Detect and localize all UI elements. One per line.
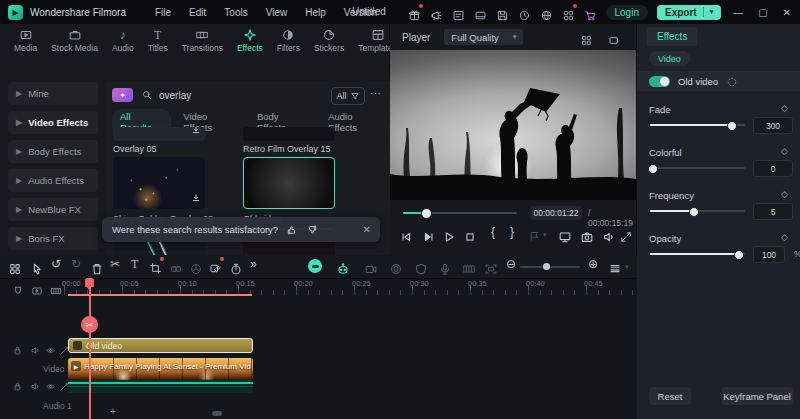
stop-button[interactable] <box>463 227 477 245</box>
apps-icon[interactable] <box>562 6 575 19</box>
screen-record-icon[interactable] <box>364 259 378 277</box>
tab-titles[interactable]: TTitles <box>142 28 174 53</box>
keyframe-diamond-icon[interactable]: ◇ <box>781 103 788 113</box>
effect-clip-old-video[interactable]: Old video <box>68 338 253 353</box>
render-preview-button[interactable] <box>528 227 541 245</box>
close-button[interactable]: ✕ <box>780 7 794 18</box>
crop-icon[interactable] <box>149 259 162 277</box>
menu-view[interactable]: View <box>257 7 297 18</box>
delete-icon[interactable] <box>90 259 104 277</box>
add-track-icon[interactable]: + <box>110 406 116 417</box>
tab-effects[interactable]: Effects <box>231 28 269 53</box>
track-visibility-icon[interactable] <box>45 377 56 395</box>
keyframe-diamond-icon[interactable]: ◇ <box>781 189 788 199</box>
timeline-zoom-slider[interactable] <box>520 266 580 268</box>
text-tool-icon[interactable]: T <box>131 257 138 272</box>
split-screen-icon[interactable] <box>580 31 593 49</box>
keyframe-panel-button[interactable]: Keyframe Panel <box>721 387 793 405</box>
login-button[interactable]: Login <box>606 5 648 20</box>
category-mine[interactable]: ▶Mine <box>8 82 98 105</box>
thumbs-down-icon[interactable] <box>306 221 318 239</box>
volume-button[interactable] <box>602 227 616 245</box>
tab-transitions[interactable]: Transitions <box>176 28 229 53</box>
media-browser-icon[interactable] <box>8 259 22 277</box>
gift-icon[interactable] <box>408 6 421 19</box>
select-tool-icon[interactable] <box>30 259 44 277</box>
menu-tools[interactable]: Tools <box>215 7 256 18</box>
film-marker-icon[interactable] <box>50 281 62 299</box>
scene-detect-icon[interactable] <box>462 259 476 277</box>
track-lock-icon[interactable] <box>12 341 23 359</box>
keyframe-diamond-icon[interactable]: ◇ <box>781 146 788 156</box>
promotion-icon[interactable] <box>430 6 443 19</box>
next-frame-button[interactable] <box>421 227 435 245</box>
properties-tab-effects[interactable]: Effects <box>647 27 697 46</box>
speed-icon[interactable] <box>229 259 243 277</box>
layout-icon[interactable] <box>474 6 487 19</box>
zoom-in-icon[interactable]: ⊕ <box>588 257 598 271</box>
mark-out-button[interactable]: } <box>510 225 514 239</box>
preview-clip-icon[interactable] <box>31 281 43 299</box>
render-chevron-icon[interactable]: ▾ <box>543 231 547 239</box>
colorful-slider[interactable] <box>650 167 745 169</box>
reset-button[interactable]: Reset <box>649 387 691 405</box>
display-device-button[interactable] <box>558 227 572 245</box>
opacity-slider[interactable] <box>650 253 745 255</box>
speed-ramp-icon[interactable] <box>389 259 403 277</box>
properties-subtab-video[interactable]: Video <box>649 51 690 66</box>
zoom-out-icon[interactable]: ⊖ <box>506 257 516 271</box>
category-video-effects[interactable]: ▶Video Effects <box>8 111 98 134</box>
category-newblue-fx[interactable]: ▶NewBlue FX <box>8 198 98 221</box>
keyframe-diamond-icon[interactable]: ◇ <box>781 232 788 242</box>
more-options-button[interactable]: ⋯ <box>370 87 381 100</box>
undo-icon[interactable]: ↺ <box>51 257 61 271</box>
scopes-icon[interactable] <box>608 31 621 49</box>
voiceover-icon[interactable] <box>438 259 452 277</box>
cloud-backup-icon[interactable] <box>518 6 531 19</box>
track-height-icon[interactable] <box>608 259 622 277</box>
tab-stickers[interactable]: Stickers <box>308 28 350 53</box>
video-clip-audio-waveform[interactable] <box>68 380 253 393</box>
redo-icon[interactable]: ↻ <box>71 257 81 271</box>
video-clip[interactable]: ▶ Happy Family Playing At Sunset - Premi… <box>68 358 253 380</box>
group-icon[interactable] <box>169 259 183 277</box>
thumbnail-shiny-golden-overlay-08[interactable] <box>113 157 205 209</box>
minimize-button[interactable]: — <box>730 7 746 18</box>
tab-audio[interactable]: ♪Audio <box>106 28 140 53</box>
language-icon[interactable] <box>540 6 553 19</box>
playhead-line[interactable] <box>89 278 91 419</box>
playhead-pin[interactable] <box>85 278 94 287</box>
category-boris-fx[interactable]: ▶Boris FX <box>8 227 98 250</box>
seek-handle[interactable] <box>421 208 432 219</box>
auto-reframe-icon[interactable] <box>484 259 498 277</box>
menu-help[interactable]: Help <box>296 7 335 18</box>
maximize-button[interactable]: ▢ <box>755 7 770 18</box>
filter-dropdown[interactable]: All <box>331 87 365 105</box>
thumbnail-overlay-05[interactable] <box>113 127 205 141</box>
category-body-effects[interactable]: ▶Body Effects <box>8 140 98 163</box>
video-preview[interactable] <box>390 50 636 200</box>
tab-media[interactable]: Media <box>8 28 43 53</box>
tab-stock-media[interactable]: Stock Media <box>45 28 104 53</box>
snapshot-button[interactable] <box>580 227 594 245</box>
color-icon[interactable] <box>189 259 203 277</box>
category-audio-effects[interactable]: ▶Audio Effects <box>8 169 98 192</box>
quality-dropdown[interactable]: Full Quality▾ <box>444 29 523 45</box>
track-mute-icon[interactable] <box>30 377 41 395</box>
menu-edit[interactable]: Edit <box>180 7 215 18</box>
keyframe-edit-icon[interactable] <box>209 259 222 277</box>
frequency-value[interactable]: 5 <box>753 203 793 220</box>
colorful-value[interactable]: 0 <box>753 160 793 177</box>
playhead-scissors-badge[interactable]: ✂ <box>81 316 98 333</box>
frequency-slider[interactable] <box>650 210 745 212</box>
track-visibility-icon[interactable] <box>45 341 56 359</box>
cart-icon[interactable] <box>584 6 597 19</box>
ai-assistant-icon[interactable] <box>336 259 350 277</box>
effect-enable-toggle[interactable] <box>649 76 670 87</box>
track-lock-icon[interactable] <box>12 377 23 395</box>
timeline-zoom-handle[interactable] <box>543 263 550 270</box>
more-tools-icon[interactable]: » <box>250 257 257 271</box>
previous-frame-button[interactable] <box>400 227 414 245</box>
toast-close-icon[interactable]: ✕ <box>363 224 371 235</box>
current-timecode[interactable]: 00:00:01:22 <box>530 206 582 220</box>
